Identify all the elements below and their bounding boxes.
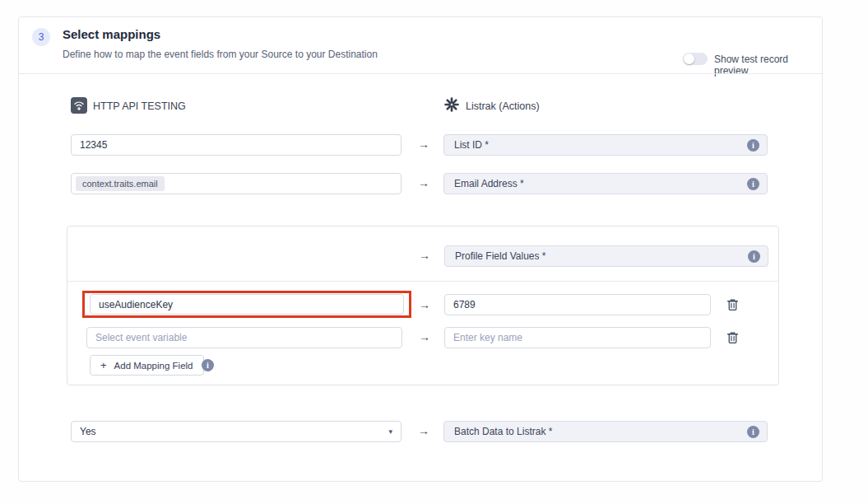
show-test-record-preview-toggle[interactable]	[683, 53, 708, 65]
email-dest-label: Email Address *	[454, 178, 524, 189]
batch-data-dest-label: Batch Data to Listrak *	[454, 426, 552, 437]
wifi-antenna-icon	[72, 99, 86, 112]
mapping-arrow-icon: →	[415, 424, 433, 437]
trash-icon	[726, 298, 739, 311]
mapping-value-input-2[interactable]	[444, 327, 711, 348]
mapping-arrow-icon: →	[415, 330, 434, 343]
batch-data-dest-field[interactable]: Batch Data to Listrak * i	[443, 421, 768, 442]
email-source-input[interactable]: context.traits.email	[71, 173, 402, 194]
add-mapping-field-label: Add Mapping Field	[114, 361, 193, 371]
plus-icon: +	[100, 359, 107, 371]
http-api-source-icon	[71, 97, 87, 114]
highlight-annotation-box	[82, 291, 411, 318]
toggle-knob	[684, 54, 694, 64]
info-icon[interactable]: i	[748, 250, 760, 263]
list-id-dest-field[interactable]: List ID * i	[443, 134, 768, 156]
mapping-key-input-1[interactable]	[90, 294, 404, 315]
select-mappings-card: 3 Select mappings Define how to map the …	[18, 16, 823, 482]
mapping-arrow-icon: →	[415, 138, 433, 151]
info-icon[interactable]: i	[747, 178, 759, 190]
info-icon[interactable]: i	[747, 426, 759, 438]
list-id-dest-label: List ID *	[454, 139, 489, 151]
header-divider	[19, 73, 822, 74]
batch-data-selected-value: Yes	[80, 426, 96, 437]
mapping-arrow-icon: →	[415, 298, 434, 311]
step-number-badge: 3	[32, 28, 50, 46]
mappings-screen: 3 Select mappings Define how to map the …	[0, 0, 868, 504]
info-icon[interactable]: i	[202, 359, 214, 371]
page-title: Select mappings	[63, 27, 160, 41]
delete-row-button[interactable]	[726, 331, 739, 344]
list-id-source-input[interactable]	[71, 134, 402, 156]
profile-field-values-label: Profile Field Values *	[455, 250, 546, 262]
batch-data-select[interactable]: Yes ▾	[71, 421, 402, 442]
destination-name: Listrak (Actions)	[466, 100, 540, 112]
add-mapping-field-button[interactable]: + Add Mapping Field	[90, 355, 204, 376]
delete-row-button[interactable]	[726, 298, 739, 311]
trash-icon	[726, 331, 739, 344]
group-divider	[67, 281, 778, 282]
page-subtitle: Define how to map the event fields from …	[63, 49, 378, 60]
source-name: HTTP API TESTING	[93, 100, 186, 112]
event-variable-token[interactable]: context.traits.email	[76, 176, 165, 191]
step-number: 3	[39, 31, 44, 43]
mapping-key-input-2[interactable]	[86, 327, 402, 348]
mapping-arrow-icon: →	[415, 249, 434, 262]
mapping-arrow-icon: →	[415, 176, 433, 189]
mapping-value-input-1[interactable]	[444, 294, 711, 315]
profile-field-values-group: → Profile Field Values * i →	[67, 226, 779, 385]
email-dest-field[interactable]: Email Address * i	[443, 173, 768, 194]
info-icon[interactable]: i	[747, 139, 759, 152]
chevron-down-icon: ▾	[388, 427, 392, 436]
profile-field-values-dest-field[interactable]: Profile Field Values * i	[444, 245, 768, 267]
listrak-logo-icon	[443, 96, 460, 113]
